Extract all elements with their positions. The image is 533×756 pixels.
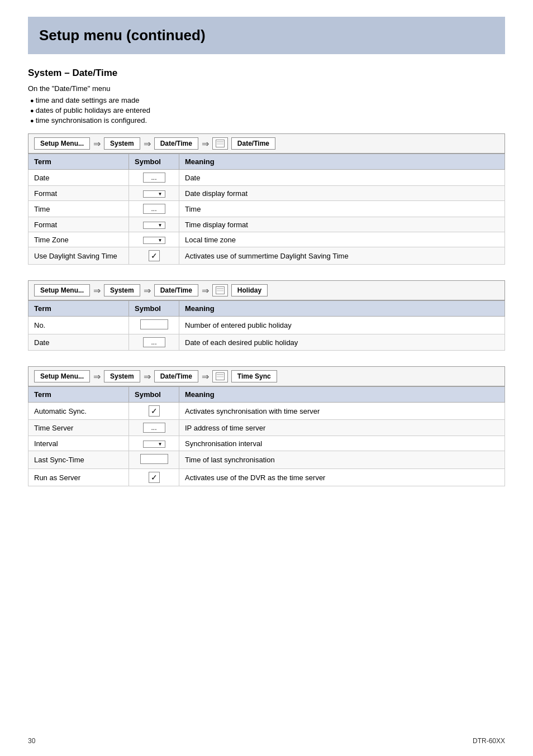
nav-arrow-2c: ⇒: [202, 285, 209, 296]
table2-header-term: Term: [28, 301, 129, 317]
table-row: Date ... Date: [28, 170, 505, 186]
t1r5-symbol: [129, 232, 179, 247]
t2r2-symbol: ...: [129, 334, 179, 351]
t3r1-symbol: ✓: [129, 403, 179, 420]
table-row: No. Number of entered public holiday: [28, 317, 505, 334]
t3r5-term: Run as Server: [28, 469, 129, 486]
sym-empty: [140, 454, 168, 464]
table3-header-symbol: Symbol: [129, 387, 179, 403]
nav-row-1: Setup Menu... ⇒ System ⇒ Date/Time ⇒ Dat…: [28, 133, 505, 154]
nav-arrow-1b: ⇒: [144, 138, 151, 149]
nav-setup-menu-2: Setup Menu...: [34, 284, 90, 296]
t3r2-meaning: IP address of time server: [179, 420, 505, 436]
t1r4-symbol: [129, 217, 179, 232]
nav-sub-3: Time Sync: [231, 370, 277, 382]
table-row: Time ... Time: [28, 201, 505, 217]
t1r4-term: Format: [28, 217, 129, 232]
nav-datetime-1: Date/Time: [154, 137, 198, 150]
t1r6-term: Use Daylight Saving Time: [28, 247, 129, 265]
sym-dots: ...: [143, 337, 165, 347]
svg-rect-2: [217, 143, 223, 145]
nav-setup-menu-3: Setup Menu...: [34, 370, 90, 382]
nav-row-2: Setup Menu... ⇒ System ⇒ Date/Time ⇒ Hol…: [28, 280, 505, 300]
t3r4-meaning: Time of last synchronisation: [179, 451, 505, 469]
nav-datetime-2: Date/Time: [154, 284, 198, 296]
nav-arrow-3b: ⇒: [144, 371, 151, 382]
svg-rect-5: [217, 290, 223, 291]
sym-dots: ...: [143, 173, 165, 183]
t1r3-meaning: Time: [179, 201, 505, 217]
sym-dots: ...: [143, 423, 165, 433]
table1-header-meaning: Meaning: [179, 154, 505, 170]
nav-row-3: Setup Menu... ⇒ System ⇒ Date/Time ⇒ Tim…: [28, 366, 505, 386]
sym-check: ✓: [149, 250, 160, 261]
t2r2-meaning: Date of each desired public holiday: [179, 334, 505, 351]
t1r5-meaning: Local time zone: [179, 232, 505, 247]
table3-header-meaning: Meaning: [179, 387, 505, 403]
sym-dropdown: [143, 222, 165, 229]
table-3: Term Symbol Meaning Automatic Sync. ✓ Ac…: [28, 386, 505, 486]
t1r3-symbol: ...: [129, 201, 179, 217]
t1r1-meaning: Date: [179, 170, 505, 186]
nav-icon-3: [212, 370, 228, 382]
nav-icon-2: [212, 284, 228, 296]
t3r4-symbol: [129, 451, 179, 469]
t3r4-term: Last Sync-Time: [28, 451, 129, 469]
table1-header-symbol: Symbol: [129, 154, 179, 170]
t1r6-meaning: Activates use of summertime Daylight Sav…: [179, 247, 505, 265]
section3: Setup Menu... ⇒ System ⇒ Date/Time ⇒ Tim…: [28, 366, 505, 486]
nav-system-2: System: [104, 284, 140, 296]
page: Setup menu (continued) System – Date/Tim…: [0, 0, 533, 756]
table-row: Time Server ... IP address of time serve…: [28, 420, 505, 436]
bullet-list: time and date settings are made dates of…: [28, 96, 505, 125]
t3r1-meaning: Activates synchronisation with time serv…: [179, 403, 505, 420]
sym-check: ✓: [149, 472, 160, 483]
t3r2-term: Time Server: [28, 420, 129, 436]
bullet-2: dates of public holidays are entered: [30, 106, 505, 114]
table-row: Time Zone Local time zone: [28, 232, 505, 247]
nav-system-3: System: [104, 370, 140, 382]
t3r3-symbol: [129, 436, 179, 451]
t3r3-term: Interval: [28, 436, 129, 451]
table-row: Run as Server ✓ Activates use of the DVR…: [28, 469, 505, 486]
sym-dropdown: [143, 190, 165, 198]
nav-setup-menu-1: Setup Menu...: [34, 137, 90, 150]
table-1: Term Symbol Meaning Date ... Date Format…: [28, 154, 505, 265]
table-row: Last Sync-Time Time of last synchronisat…: [28, 451, 505, 469]
svg-rect-8: [217, 376, 223, 377]
t2r1-meaning: Number of entered public holiday: [179, 317, 505, 334]
nav-arrow-1a: ⇒: [93, 138, 101, 149]
table-row: Use Daylight Saving Time ✓ Activates use…: [28, 247, 505, 265]
t3r1-term: Automatic Sync.: [28, 403, 129, 420]
sym-check: ✓: [149, 405, 160, 417]
section1-intro: On the "Date/Time" menu: [28, 84, 505, 93]
t1r2-term: Format: [28, 186, 129, 201]
t1r2-meaning: Date display format: [179, 186, 505, 201]
section1-title: System – Date/Time: [28, 68, 505, 79]
t1r2-symbol: [129, 186, 179, 201]
t2r1-term: No.: [28, 317, 129, 334]
nav-sub-2: Holiday: [231, 284, 268, 296]
nav-sub-1: Date/Time: [231, 137, 275, 150]
nav-icon-1: [212, 137, 228, 150]
page-title: Setup menu (continued): [39, 27, 494, 44]
bullet-1: time and date settings are made: [30, 96, 505, 104]
t1r3-term: Time: [28, 201, 129, 217]
footer-page-number: 30: [28, 737, 35, 745]
t1r1-symbol: ...: [129, 170, 179, 186]
table1-header-term: Term: [28, 154, 129, 170]
nav-datetime-3: Date/Time: [154, 370, 198, 382]
nav-system-1: System: [104, 137, 140, 150]
t1r4-meaning: Time display format: [179, 217, 505, 232]
nav-arrow-3a: ⇒: [93, 371, 101, 382]
table2-header-symbol: Symbol: [129, 301, 179, 317]
t3r2-symbol: ...: [129, 420, 179, 436]
nav-arrow-2b: ⇒: [144, 285, 151, 296]
header-bar: Setup menu (continued): [28, 17, 505, 54]
svg-rect-4: [217, 288, 223, 289]
table-row: Format Date display format: [28, 186, 505, 201]
t3r3-meaning: Synchronisation interval: [179, 436, 505, 451]
footer: 30 DTR-60XX: [28, 737, 505, 745]
table-row: Format Time display format: [28, 217, 505, 232]
table3-header-term: Term: [28, 387, 129, 403]
